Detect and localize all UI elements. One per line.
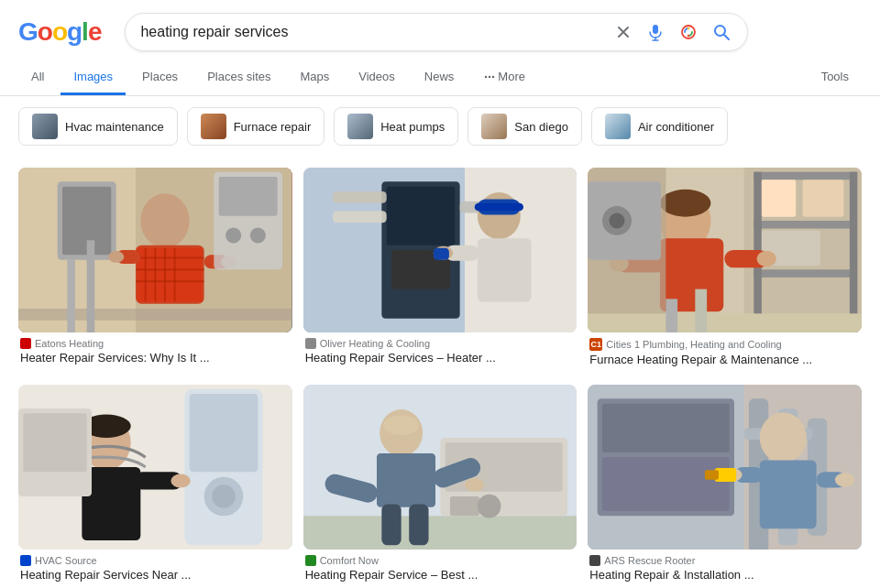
image-source-3: C1 Cities 1 Plumbing, Heating and Coolin… — [589, 338, 860, 351]
svg-point-4 — [688, 27, 689, 29]
chip-furnace-label: Furnace repair — [234, 120, 312, 134]
tab-all[interactable]: All — [18, 60, 57, 95]
source-dot-4 — [20, 555, 31, 566]
tab-places[interactable]: Places — [129, 60, 191, 95]
svg-point-64 — [660, 190, 710, 217]
svg-rect-0 — [653, 25, 658, 34]
svg-rect-75 — [666, 299, 678, 332]
search-icon — [712, 23, 731, 41]
svg-rect-33 — [18, 309, 292, 321]
svg-rect-43 — [333, 211, 387, 223]
image-card-4[interactable]: HVAC Source Heating Repair Services Near… — [18, 385, 292, 588]
svg-rect-76 — [696, 289, 708, 332]
svg-point-73 — [610, 212, 625, 228]
chip-heat-pumps-label: Heat pumps — [380, 120, 445, 134]
chip-heat-pumps[interactable]: Heat pumps — [334, 107, 458, 146]
image-meta-6: ARS Rescue Rooter Heating Repair & Insta… — [588, 550, 862, 588]
svg-rect-57 — [754, 269, 857, 278]
svg-point-117 — [760, 412, 807, 463]
image-meta-5: Comfort Now Heating Repair Service – Bes… — [303, 550, 578, 588]
tab-images[interactable]: Images — [60, 60, 126, 95]
svg-rect-100 — [377, 453, 435, 507]
image-title-6: Heating Repair & Installation ... — [589, 568, 860, 583]
image-3-svg — [588, 168, 862, 332]
svg-point-8 — [485, 75, 487, 77]
search-input[interactable] — [140, 24, 604, 40]
chip-furnace-thumb — [201, 114, 226, 139]
source-dot-2 — [305, 338, 316, 349]
lens-icon — [679, 23, 698, 41]
image-card-1[interactable]: Eatons Heating Heater Repair Services: W… — [18, 168, 292, 374]
tab-more[interactable]: More — [470, 60, 538, 95]
image-source-2: Oliver Heating & Cooling — [305, 338, 576, 349]
svg-rect-118 — [760, 460, 817, 528]
image-source-6: ARS Rescue Rooter — [589, 555, 860, 566]
image-5-svg — [303, 385, 578, 550]
search-bar — [125, 13, 748, 51]
chip-furnace[interactable]: Furnace repair — [187, 107, 325, 146]
chip-air-conditioner[interactable]: Air conditioner — [591, 107, 728, 146]
image-title-3: Furnace Heating Repair & Maintenance ... — [589, 353, 860, 368]
svg-point-67 — [757, 251, 776, 267]
svg-line-7 — [724, 35, 729, 39]
image-source-1: Eatons Heating — [20, 338, 291, 349]
image-4-svg — [18, 385, 292, 550]
chip-hvac[interactable]: Hvac maintenance — [18, 107, 178, 146]
clear-icon — [615, 24, 632, 40]
svg-rect-40 — [386, 187, 455, 245]
chip-heat-pumps-thumb — [347, 114, 373, 139]
source-dot-1 — [20, 338, 31, 349]
chip-hvac-label: Hvac maintenance — [65, 120, 164, 134]
filter-chips: Hvac maintenance Furnace repair Heat pum… — [0, 96, 880, 157]
image-5 — [303, 385, 578, 550]
image-card-3[interactable]: C1 Cities 1 Plumbing, Heating and Coolin… — [588, 168, 862, 374]
svg-rect-34 — [67, 260, 75, 332]
tab-places-sites[interactable]: Places sites — [194, 60, 283, 95]
image-title-5: Heating Repair Service – Best ... — [305, 568, 576, 583]
chip-san-diego-thumb — [481, 114, 507, 139]
lens-button[interactable] — [677, 21, 699, 43]
svg-rect-110 — [602, 457, 730, 511]
svg-rect-104 — [381, 504, 401, 545]
tab-maps[interactable]: Maps — [288, 60, 343, 95]
svg-point-32 — [250, 227, 266, 243]
svg-rect-30 — [219, 177, 278, 216]
svg-rect-56 — [754, 221, 857, 229]
clear-button[interactable] — [613, 22, 633, 42]
image-card-2[interactable]: Oliver Heating & Cooling Heating Repair … — [303, 168, 578, 374]
svg-rect-48 — [478, 238, 532, 301]
image-meta-1: Eatons Heating Heater Repair Services: W… — [18, 332, 292, 372]
svg-rect-91 — [23, 413, 86, 472]
tab-tools[interactable]: Tools — [808, 60, 862, 95]
search-button[interactable] — [710, 21, 732, 43]
chip-san-diego-label: San diego — [514, 120, 568, 134]
image-card-5[interactable]: Comfort Now Heating Repair Service – Bes… — [303, 385, 578, 588]
nav-tabs: All Images Places Places sites Maps Vide… — [0, 60, 880, 96]
svg-rect-74 — [588, 313, 862, 332]
svg-point-97 — [478, 495, 501, 518]
image-1 — [18, 168, 292, 332]
image-meta-2: Oliver Heating & Cooling Heating Repair … — [303, 332, 578, 372]
svg-point-99 — [383, 415, 418, 434]
svg-point-15 — [140, 193, 189, 248]
tab-news[interactable]: News — [412, 60, 468, 95]
svg-point-87 — [170, 474, 190, 487]
svg-rect-35 — [87, 240, 95, 332]
chip-hvac-thumb — [32, 114, 58, 139]
header: Google — [0, 0, 880, 60]
mic-icon — [646, 23, 665, 41]
image-meta-4: HVAC Source Heating Repair Services Near… — [18, 550, 292, 588]
image-card-6[interactable]: ARS Rescue Rooter Heating Repair & Insta… — [588, 385, 862, 588]
google-logo: Google — [18, 17, 101, 47]
voice-search-button[interactable] — [644, 21, 666, 43]
chip-san-diego[interactable]: San diego — [468, 107, 582, 146]
svg-rect-17 — [138, 248, 202, 302]
source-dot-6 — [589, 555, 600, 566]
image-3 — [588, 168, 862, 332]
tab-videos[interactable]: Videos — [346, 60, 408, 95]
image-2-svg — [303, 168, 578, 332]
svg-rect-51 — [434, 248, 449, 260]
svg-point-9 — [489, 75, 490, 77]
source-dot-3: C1 — [589, 338, 602, 351]
svg-rect-61 — [803, 180, 844, 217]
